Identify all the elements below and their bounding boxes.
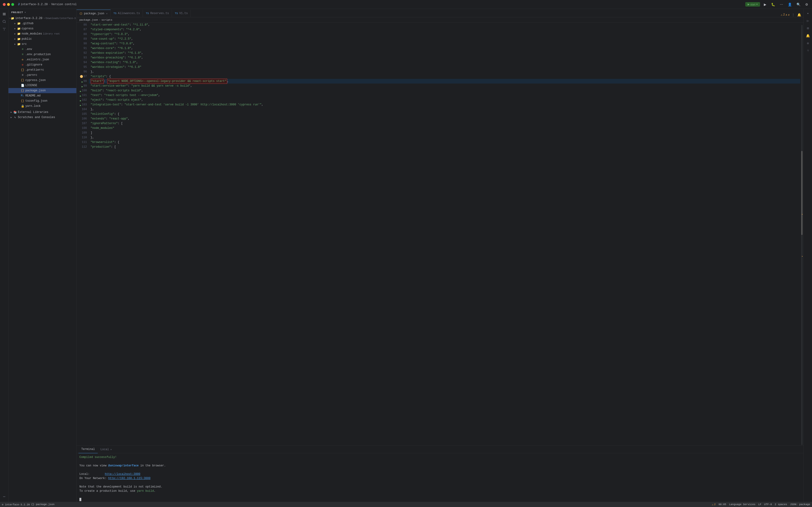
tree-item-prettier[interactable]: {} .prettierrc xyxy=(8,67,77,72)
arrow-icon: ▶ xyxy=(13,33,17,35)
status-indent[interactable]: 2 spaces xyxy=(775,503,787,506)
env-prod-file-icon: ≡ xyxy=(21,53,24,56)
chevron-down-icon[interactable]: ∨ xyxy=(788,13,790,17)
vcs-label[interactable]: Version control xyxy=(51,3,77,6)
tree-item-tsconfig[interactable]: {} tsconfig.json xyxy=(8,98,77,104)
arrow-icon: ▶ xyxy=(9,111,13,114)
run-btn-98[interactable]: ▶ xyxy=(80,80,83,82)
chevron-up-icon[interactable]: ∧ xyxy=(786,13,787,17)
line-106: "extends": "react-app", xyxy=(89,116,800,121)
tree-item-license[interactable]: 📄 LICENSE xyxy=(8,83,77,88)
line-101: "test": "react-scripts test --env=jsdom"… xyxy=(89,93,800,98)
sidebar-tree: ▾ 📁 interface-3.2.20 ~/Downloads/interfa… xyxy=(8,16,77,502)
svg-point-1 xyxy=(3,28,4,29)
tree-item-eslint[interactable]: ⊙ .eslintrc.json xyxy=(8,57,77,62)
tab-allowances[interactable]: TS Allowances.ts xyxy=(111,10,143,17)
term-network-link[interactable]: http://192.168.1.115:3000 xyxy=(108,477,150,480)
branch-icon[interactable]: ⑂ xyxy=(805,47,811,54)
run-btn-99[interactable]: ▶ xyxy=(80,84,83,87)
tree-item-cypress-json[interactable]: {} cypress.json xyxy=(8,78,77,83)
tree-item-node-modules[interactable]: ▶ 📁 node_modules library root xyxy=(8,31,77,36)
tree-item-env-prod[interactable]: ≡ .env.production xyxy=(8,52,77,57)
run-icon[interactable]: ▶ xyxy=(763,2,767,7)
start-button[interactable]: ▶ start ▾ xyxy=(745,2,760,7)
notifications-icon[interactable]: 🔔 xyxy=(797,12,802,17)
activity-git-icon[interactable] xyxy=(1,26,7,33)
search-icon[interactable]: 🔍 xyxy=(796,2,801,7)
tab-close-icon[interactable]: ✕ xyxy=(106,12,108,15)
activity-more-icon[interactable]: ⋯ xyxy=(1,493,7,500)
status-file[interactable]: {} package.json xyxy=(31,503,54,506)
tab-v1[interactable]: TS V1.ts xyxy=(172,10,191,17)
run-btn-102[interactable]: ▶ xyxy=(79,99,81,101)
settings-icon[interactable]: ⚙ xyxy=(804,2,809,7)
line-95: "workbox-strategies": "^6.1.0" xyxy=(89,65,800,69)
account-icon[interactable]: 👤 xyxy=(787,2,793,7)
run-btn-100[interactable]: ▶ xyxy=(79,89,81,92)
tree-item-github[interactable]: ▶ 📁 .github xyxy=(8,21,77,26)
file-icon: 📄 xyxy=(21,84,24,87)
tree-item-readme[interactable]: M↓ README.md xyxy=(8,93,77,98)
code-lines[interactable]: "start-server-and-test": "^1.11.0", "sty… xyxy=(89,22,800,446)
license-label: LICENSE xyxy=(26,84,37,87)
scroll-track[interactable] xyxy=(801,25,803,445)
tab-label: V1.ts xyxy=(179,12,188,15)
close-btn[interactable] xyxy=(3,3,6,6)
term-view: You can now view @uniswap/interface in t… xyxy=(80,463,801,468)
prettier-label: .prettierrc xyxy=(26,68,44,72)
terminal-close-icon[interactable]: ✕ xyxy=(110,448,112,451)
file-icon: 🔒 xyxy=(21,105,24,108)
activity-search-icon[interactable] xyxy=(1,18,7,25)
status-encoding[interactable]: UTF-8 xyxy=(764,503,772,506)
status-lf[interactable]: LF xyxy=(758,503,761,506)
maximize-btn[interactable] xyxy=(11,3,14,6)
tree-item-src[interactable]: ▶ 📁 src xyxy=(8,42,77,47)
status-filetype[interactable]: JSON: package xyxy=(790,503,810,506)
tree-item-yarnrc[interactable]: ≡ .yarnrc xyxy=(8,72,77,78)
status-project[interactable]: ⊙ interface-3.2.20 xyxy=(2,503,30,506)
tree-item-public[interactable]: ▶ 📁 public xyxy=(8,36,77,42)
activity-files-icon[interactable] xyxy=(1,11,7,17)
editor-scroll[interactable]: 86 87 88 89 90 91 92 93 94 95 96 ⬤97 xyxy=(77,22,804,446)
status-position[interactable]: 98:85 xyxy=(718,503,726,506)
tab-label: Reserves.ts xyxy=(150,12,169,15)
project-name[interactable]: interface-3.2.20 xyxy=(21,3,48,6)
tree-item-root[interactable]: ▾ 📁 interface-3.2.20 ~/Downloads/interfa… xyxy=(8,16,77,21)
tree-item-env[interactable]: ≡ .env xyxy=(8,47,77,52)
run-btn-101[interactable]: ▶ xyxy=(79,94,81,97)
code-editor: 86 87 88 89 90 91 92 93 94 95 96 ⬤97 xyxy=(77,22,804,446)
term-note: Note that the development build is not o… xyxy=(80,485,801,489)
status-warning[interactable]: ⚠ 2 xyxy=(712,503,716,506)
tree-item-cypress[interactable]: ▶ 📁 cypress xyxy=(8,26,77,31)
terminal-tab-local[interactable]: Local ✕ xyxy=(98,446,115,453)
bookmark-icon[interactable]: ⊟ xyxy=(805,25,811,32)
tab-reserves[interactable]: TS Reserves.ts xyxy=(143,10,172,17)
terminal-content[interactable]: Compiled successfully! You can now view … xyxy=(77,453,804,502)
tab-more-button[interactable]: ⋮ xyxy=(791,12,795,17)
tree-item-scratches[interactable]: ▶ ✎ Scratches and Consoles xyxy=(8,115,77,120)
warning-badge[interactable]: ⚠ 2 ∧ ∨ xyxy=(781,13,790,17)
status-language-services[interactable]: Language Services xyxy=(729,503,755,506)
scroll-thumb[interactable] xyxy=(801,151,803,235)
run-config-icon[interactable]: ▷ xyxy=(805,17,811,24)
term-local-link[interactable]: http://localhost:3000 xyxy=(105,472,140,476)
tree-item-package-json[interactable]: {} package.json xyxy=(8,88,77,93)
tab-package-json[interactable]: {} package.json ✕ xyxy=(77,10,111,17)
tree-item-yarn-lock[interactable]: 🔒 yarn.lock xyxy=(8,104,77,109)
terminal-tab-terminal[interactable]: Terminal xyxy=(79,446,98,453)
folder-icon: 📁 xyxy=(17,43,21,46)
run-btn-103[interactable]: ▶ xyxy=(79,103,81,106)
term-success-text: Compiled successfully! xyxy=(80,456,116,459)
ai-icon[interactable]: ✦ xyxy=(805,10,811,16)
tree-item-external-libs[interactable]: ▶ 📚 External Libraries xyxy=(8,110,77,115)
breadcrumb-section[interactable]: scripts xyxy=(101,18,112,21)
env-label: .env xyxy=(26,48,32,51)
debug-icon[interactable]: 🐛 xyxy=(770,2,776,7)
tree-item-gitignore[interactable]: ⊘ .gitignore xyxy=(8,62,77,67)
notifications-right-icon[interactable]: 🔔 xyxy=(805,33,811,39)
minimize-btn[interactable] xyxy=(7,3,10,6)
breadcrumb-file[interactable]: package.json xyxy=(80,18,98,21)
clock-icon[interactable]: ⊙ xyxy=(805,40,811,47)
package-json-label: package.json xyxy=(26,89,46,92)
more-icon[interactable]: ⋯ xyxy=(779,2,784,7)
